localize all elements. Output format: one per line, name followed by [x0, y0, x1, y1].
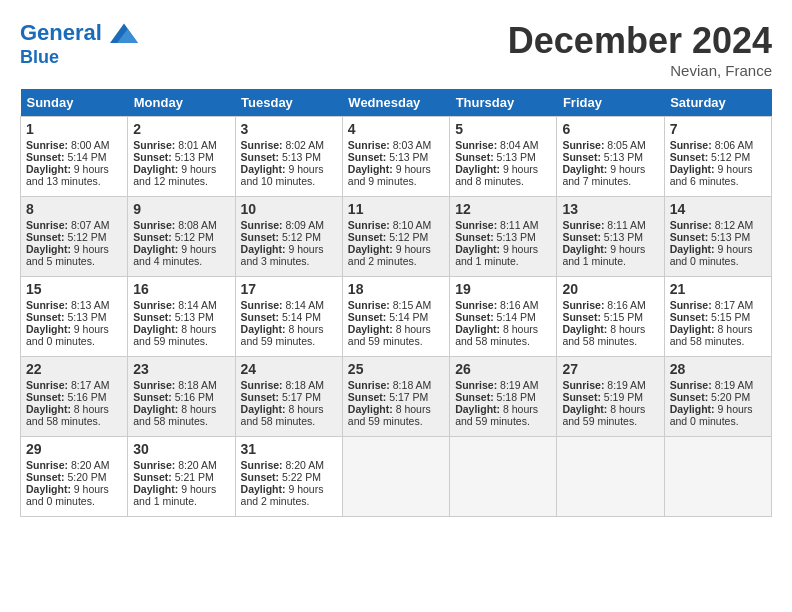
- day-number: 7: [670, 121, 766, 137]
- sunrise-value: 8:17 AM: [715, 299, 754, 311]
- sunset-label: Sunset:: [562, 311, 603, 323]
- sunset-label: Sunset:: [348, 151, 389, 163]
- sunrise-value: 8:05 AM: [607, 139, 646, 151]
- daylight-label: Daylight:: [562, 323, 610, 335]
- day-number: 1: [26, 121, 122, 137]
- sunset-label: Sunset:: [26, 151, 67, 163]
- day-number: 9: [133, 201, 229, 217]
- day-number: 17: [241, 281, 337, 297]
- day-header-friday: Friday: [557, 89, 664, 117]
- sunset-value: 5:15 PM: [711, 311, 750, 323]
- calendar-cell: 22Sunrise: 8:17 AMSunset: 5:16 PMDayligh…: [21, 357, 128, 437]
- sunset-value: 5:13 PM: [497, 231, 536, 243]
- day-number: 20: [562, 281, 658, 297]
- daylight-label: Daylight:: [348, 243, 396, 255]
- sunrise-label: Sunrise:: [26, 219, 71, 231]
- sunset-label: Sunset:: [455, 391, 496, 403]
- sunset-value: 5:12 PM: [67, 231, 106, 243]
- sunrise-label: Sunrise:: [455, 379, 500, 391]
- day-number: 30: [133, 441, 229, 457]
- sunrise-label: Sunrise:: [348, 139, 393, 151]
- daylight-label: Daylight:: [670, 163, 718, 175]
- calendar-cell: 9Sunrise: 8:08 AMSunset: 5:12 PMDaylight…: [128, 197, 235, 277]
- sunrise-value: 8:14 AM: [178, 299, 217, 311]
- day-number: 24: [241, 361, 337, 377]
- sunrise-value: 8:18 AM: [178, 379, 217, 391]
- daylight-label: Daylight:: [562, 403, 610, 415]
- sunset-label: Sunset:: [133, 311, 174, 323]
- sunrise-label: Sunrise:: [241, 139, 286, 151]
- calendar-cell: 25Sunrise: 8:18 AMSunset: 5:17 PMDayligh…: [342, 357, 449, 437]
- sunrise-value: 8:11 AM: [500, 219, 539, 231]
- week-row-4: 22Sunrise: 8:17 AMSunset: 5:16 PMDayligh…: [21, 357, 772, 437]
- sunrise-label: Sunrise:: [241, 299, 286, 311]
- daylight-label: Daylight:: [670, 243, 718, 255]
- sunset-label: Sunset:: [133, 391, 174, 403]
- calendar-cell: 23Sunrise: 8:18 AMSunset: 5:16 PMDayligh…: [128, 357, 235, 437]
- sunrise-value: 8:20 AM: [71, 459, 110, 471]
- sunrise-label: Sunrise:: [133, 459, 178, 471]
- sunset-label: Sunset:: [670, 231, 711, 243]
- sunrise-label: Sunrise:: [670, 219, 715, 231]
- logo-line2: Blue: [20, 48, 138, 68]
- sunrise-label: Sunrise:: [26, 299, 71, 311]
- sunrise-value: 8:17 AM: [71, 379, 110, 391]
- sunrise-label: Sunrise:: [348, 219, 393, 231]
- sunrise-value: 8:07 AM: [71, 219, 110, 231]
- sunset-value: 5:22 PM: [282, 471, 321, 483]
- calendar-cell: 4Sunrise: 8:03 AMSunset: 5:13 PMDaylight…: [342, 117, 449, 197]
- sunrise-label: Sunrise:: [562, 139, 607, 151]
- sunset-label: Sunset:: [241, 231, 282, 243]
- sunset-value: 5:19 PM: [604, 391, 643, 403]
- day-number: 11: [348, 201, 444, 217]
- sunrise-label: Sunrise:: [348, 299, 393, 311]
- sunrise-value: 8:04 AM: [500, 139, 539, 151]
- calendar-cell: 27Sunrise: 8:19 AMSunset: 5:19 PMDayligh…: [557, 357, 664, 437]
- sunrise-label: Sunrise:: [133, 139, 178, 151]
- day-number: 18: [348, 281, 444, 297]
- sunset-label: Sunset:: [670, 311, 711, 323]
- sunset-label: Sunset:: [562, 391, 603, 403]
- daylight-label: Daylight:: [670, 403, 718, 415]
- calendar-cell: [664, 437, 771, 517]
- sunset-value: 5:12 PM: [175, 231, 214, 243]
- sunset-value: 5:13 PM: [604, 231, 643, 243]
- sunset-label: Sunset:: [348, 391, 389, 403]
- daylight-label: Daylight:: [455, 163, 503, 175]
- calendar-cell: 21Sunrise: 8:17 AMSunset: 5:15 PMDayligh…: [664, 277, 771, 357]
- day-number: 14: [670, 201, 766, 217]
- sunrise-label: Sunrise:: [670, 299, 715, 311]
- calendar-cell: 30Sunrise: 8:20 AMSunset: 5:21 PMDayligh…: [128, 437, 235, 517]
- calendar-cell: 19Sunrise: 8:16 AMSunset: 5:14 PMDayligh…: [450, 277, 557, 357]
- calendar-cell: 5Sunrise: 8:04 AMSunset: 5:13 PMDaylight…: [450, 117, 557, 197]
- sunrise-label: Sunrise:: [241, 379, 286, 391]
- sunset-value: 5:17 PM: [282, 391, 321, 403]
- sunset-label: Sunset:: [348, 231, 389, 243]
- sunset-label: Sunset:: [133, 471, 174, 483]
- calendar-cell: 13Sunrise: 8:11 AMSunset: 5:13 PMDayligh…: [557, 197, 664, 277]
- sunrise-label: Sunrise:: [562, 219, 607, 231]
- sunrise-label: Sunrise:: [562, 299, 607, 311]
- daylight-label: Daylight:: [670, 323, 718, 335]
- sunrise-value: 8:03 AM: [393, 139, 432, 151]
- sunrise-value: 8:10 AM: [393, 219, 432, 231]
- daylight-label: Daylight:: [26, 323, 74, 335]
- sunset-label: Sunset:: [241, 471, 282, 483]
- sunrise-value: 8:02 AM: [286, 139, 325, 151]
- sunrise-value: 8:18 AM: [286, 379, 325, 391]
- daylight-label: Daylight:: [241, 243, 289, 255]
- sunset-label: Sunset:: [241, 311, 282, 323]
- sunrise-label: Sunrise:: [670, 379, 715, 391]
- daylight-label: Daylight:: [26, 483, 74, 495]
- sunrise-value: 8:16 AM: [607, 299, 646, 311]
- sunset-value: 5:14 PM: [497, 311, 536, 323]
- sunset-value: 5:13 PM: [282, 151, 321, 163]
- calendar-cell: [342, 437, 449, 517]
- sunset-value: 5:14 PM: [282, 311, 321, 323]
- sunset-value: 5:13 PM: [389, 151, 428, 163]
- sunrise-value: 8:08 AM: [178, 219, 217, 231]
- sunrise-label: Sunrise:: [26, 379, 71, 391]
- calendar-cell: 6Sunrise: 8:05 AMSunset: 5:13 PMDaylight…: [557, 117, 664, 197]
- sunrise-label: Sunrise:: [348, 379, 393, 391]
- daylight-label: Daylight:: [26, 243, 74, 255]
